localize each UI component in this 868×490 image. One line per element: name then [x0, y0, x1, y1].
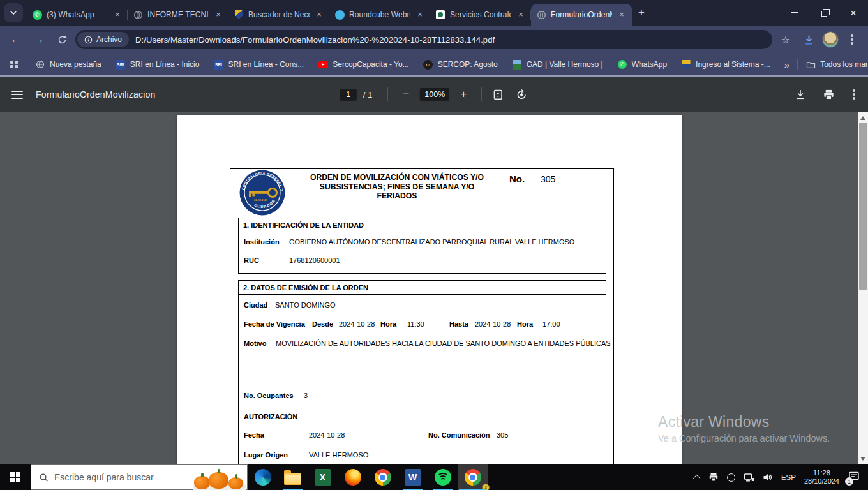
- vigencia-label: Fecha de Vigencia: [244, 320, 305, 328]
- ocupantes-value: 3: [304, 392, 308, 399]
- lugar-origen-value: VALLE HERMOSO: [309, 451, 368, 459]
- bookmark-sercopcapacita[interactable]: SercopCapacita - Yo...: [318, 59, 408, 70]
- bookmark-nueva-pestana[interactable]: Nueva pestaña: [35, 59, 101, 70]
- roundcube-icon: [335, 10, 345, 20]
- tray-network-icon[interactable]: [744, 473, 754, 482]
- tray-volume-icon[interactable]: [763, 473, 773, 482]
- tab-close-icon[interactable]: ×: [617, 10, 627, 20]
- tab-servicios-contraloria[interactable]: Servicios Contraloría ×: [430, 4, 531, 26]
- apps-grid-button[interactable]: [9, 59, 19, 70]
- zoom-level-value[interactable]: 100%: [420, 88, 449, 101]
- tab-whatsapp[interactable]: ✆ (3) WhatsApp ×: [27, 4, 128, 26]
- bookmark-whatsapp[interactable]: ✆ WhatsApp: [617, 59, 667, 70]
- key-badge-icon: ⚷: [482, 484, 490, 490]
- bookmark-ingreso-sistema[interactable]: Ingreso al Sistema -...: [681, 59, 770, 70]
- globe-icon: [536, 10, 546, 20]
- taskbar-edge[interactable]: [248, 464, 278, 490]
- info-icon: [84, 36, 93, 44]
- bookmark-sri-consultas[interactable]: SRI SRI en Línea - Cons...: [213, 59, 304, 70]
- tray-printer-icon[interactable]: [708, 472, 719, 482]
- divider: [481, 87, 482, 101]
- fit-page-button[interactable]: [492, 89, 504, 101]
- browser-menu-button[interactable]: [842, 30, 862, 49]
- tab-close-icon[interactable]: ×: [516, 10, 526, 20]
- vertical-scrollbar[interactable]: [858, 112, 868, 464]
- restore-icon: [821, 11, 827, 17]
- pdf-print-button[interactable]: [823, 89, 835, 101]
- watermark-title: Activar Windows: [658, 413, 830, 431]
- bookmark-gad-valle-hermoso[interactable]: GAD | Valle Hermoso |: [512, 59, 603, 70]
- tab-roundcube[interactable]: Roundcube Webmail ×: [329, 4, 430, 26]
- zoom-in-button[interactable]: +: [456, 88, 471, 101]
- tab-formulario-orden[interactable]: FormularioOrdenMov ×: [531, 4, 632, 26]
- bookmark-sercop-agosto[interactable]: m SERCOP: Agosto: [423, 59, 498, 70]
- forward-button[interactable]: →: [29, 30, 49, 49]
- tab-close-icon[interactable]: ×: [314, 10, 324, 20]
- language-indicator[interactable]: ESP: [781, 473, 796, 481]
- desde-label: Desde: [312, 320, 333, 328]
- tab-close-icon[interactable]: ×: [112, 10, 123, 20]
- page-number-input[interactable]: [340, 89, 357, 101]
- search-input[interactable]: [54, 472, 186, 482]
- close-button[interactable]: ×: [839, 0, 868, 26]
- all-bookmarks-button[interactable]: Todos los marcadores: [805, 59, 868, 70]
- scrollbar-thumb[interactable]: [859, 122, 867, 290]
- bookmark-label: SRI en Línea - Cons...: [228, 60, 304, 69]
- taskbar-firefox[interactable]: [338, 464, 368, 490]
- bookmarks-overflow-button[interactable]: »: [784, 59, 789, 70]
- pdf-more-options-button[interactable]: [851, 93, 857, 96]
- comunicacion-value: 305: [497, 431, 508, 439]
- taskbar-file-explorer[interactable]: [278, 464, 308, 490]
- desde-value: 2024-10-28: [339, 320, 375, 328]
- scroll-up-arrow[interactable]: [860, 116, 865, 120]
- notification-center-button[interactable]: 1: [848, 470, 862, 484]
- ring-icon: [727, 473, 735, 482]
- taskbar-word[interactable]: W: [398, 464, 428, 490]
- start-button[interactable]: [0, 464, 31, 490]
- pdf-download-button[interactable]: [795, 89, 806, 100]
- pdf-menu-button[interactable]: [11, 91, 23, 99]
- youtube-icon: [318, 61, 328, 68]
- hora-hasta-label: Hora: [517, 320, 533, 328]
- crest-icon: [235, 10, 243, 19]
- minimize-icon: [791, 12, 798, 13]
- restore-button[interactable]: [809, 0, 839, 26]
- bookmark-star-button[interactable]: ☆: [776, 30, 795, 49]
- scroll-down-arrow[interactable]: [860, 457, 865, 461]
- tab-informe-tecnico[interactable]: INFORME TECNICO M ×: [128, 4, 228, 26]
- downloads-button[interactable]: [799, 30, 818, 49]
- taskbar-search[interactable]: [31, 464, 248, 490]
- form-title: ORDEN DE MOVILIZACIÓN CON VIÁTICOS Y/O S…: [304, 173, 490, 201]
- rotate-button[interactable]: [516, 89, 528, 101]
- taskbar-excel[interactable]: X: [308, 464, 338, 490]
- profile-avatar[interactable]: [822, 31, 839, 48]
- hora-desde-label: Hora: [380, 320, 396, 328]
- tray-onedrive-icon[interactable]: [727, 473, 735, 482]
- svg-text:02-XII-1927: 02-XII-1927: [254, 198, 268, 202]
- hasta-value: 2024-10-28: [475, 320, 511, 328]
- file-scheme-chip[interactable]: Archivo: [77, 32, 129, 47]
- minimize-button[interactable]: [780, 0, 809, 26]
- apps-grid-icon: [10, 61, 18, 68]
- tab-close-icon[interactable]: ×: [213, 10, 223, 20]
- excel-icon: X: [315, 469, 331, 486]
- tab-close-icon[interactable]: ×: [415, 10, 425, 20]
- address-bar[interactable]: Archivo D:/Users/Master/Downloads/Formul…: [75, 30, 772, 49]
- pdf-action-buttons: [795, 89, 857, 101]
- tray-expand-button[interactable]: [695, 475, 700, 480]
- reload-icon: [57, 34, 68, 45]
- reload-button[interactable]: [52, 30, 71, 49]
- form-section-datos-emision: 2. DATOS DE EMISIÓN DE LA ORDEN Ciudad S…: [238, 280, 606, 464]
- taskbar-chrome-active[interactable]: ⚷: [458, 464, 488, 490]
- new-tab-button[interactable]: +: [632, 3, 651, 22]
- bookmark-sri-inicio[interactable]: SRI SRI en Línea - Inicio: [116, 59, 200, 70]
- back-button[interactable]: ←: [6, 30, 26, 49]
- tab-search-button[interactable]: [4, 3, 23, 22]
- clock[interactable]: 11:28 28/10/2024: [804, 469, 839, 486]
- taskbar-spotify[interactable]: [428, 464, 458, 490]
- tab-buscador[interactable]: Buscador de Necesid ×: [228, 4, 329, 26]
- zoom-out-button[interactable]: −: [398, 88, 414, 101]
- chevron-up-icon: [693, 475, 700, 482]
- search-icon: [39, 473, 49, 482]
- taskbar-chrome[interactable]: [368, 464, 398, 490]
